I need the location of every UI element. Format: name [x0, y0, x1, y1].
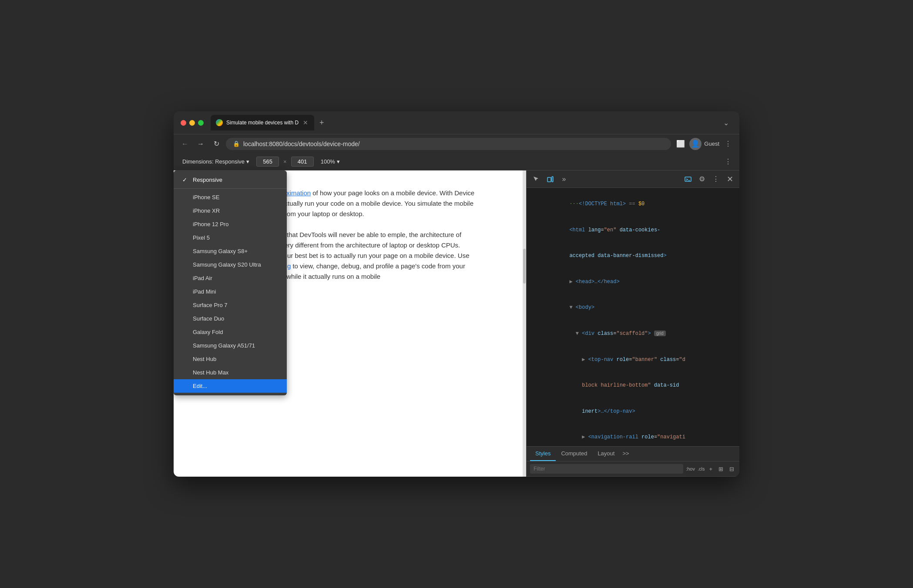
more-panels-button[interactable]: » [558, 173, 570, 185]
address-bar: ← → ↻ 🔒 localhost:8080/docs/devtools/dev… [174, 134, 739, 153]
forward-button[interactable]: → [195, 138, 207, 150]
menu-item-ipad-air[interactable]: iPad Air [174, 271, 287, 285]
maximize-button[interactable] [198, 120, 204, 126]
menu-item-surface-duo[interactable]: Surface Duo [174, 312, 287, 325]
menu-item-samsung-a51[interactable]: Samsung Galaxy A51/71 [174, 339, 287, 352]
device-dropdown-menu: ✓ Responsive iPhone SE iPhone XR iPhone … [174, 170, 287, 395]
lock-icon: 🔒 [233, 140, 240, 147]
menu-item-pixel-5[interactable]: Pixel 5 [174, 231, 287, 244]
guest-label[interactable]: Guest [704, 140, 719, 147]
html-line: ▼ <body> [528, 295, 738, 321]
dimensions-selector[interactable]: Dimensions: Responsive ▾ [179, 157, 253, 167]
styles-area: Styles Computed Layout >> :hov .cls + ⊞ … [527, 446, 739, 477]
settings-button[interactable]: ⚙ [696, 173, 708, 185]
menu-item-label: iPhone XR [193, 207, 220, 214]
menu-item-label: iPhone SE [193, 194, 219, 200]
menu-item-label: iPad Air [193, 275, 212, 281]
tab-styles[interactable]: Styles [530, 447, 556, 461]
menu-item-surface-pro[interactable]: Surface Pro 7 [174, 298, 287, 312]
dropdown-arrow-icon: ▾ [246, 158, 249, 165]
new-tab-button[interactable]: + [316, 117, 328, 129]
element-picker-button[interactable] [530, 173, 542, 185]
html-line: <html lang="en" data-cookies- [528, 217, 738, 244]
html-line: block hairline-bottom" data-sid [528, 373, 738, 399]
traffic-lights [181, 120, 204, 126]
width-input[interactable] [256, 157, 279, 167]
menu-item-edit[interactable]: Edit... [174, 379, 287, 393]
scrollbar[interactable] [523, 170, 526, 477]
back-button[interactable]: ← [179, 138, 191, 150]
device-mode-button[interactable] [544, 173, 556, 185]
menu-item-label: Pixel 5 [193, 234, 210, 241]
menu-item-label: Surface Pro 7 [193, 302, 228, 308]
profile-icon: 👤 [691, 140, 700, 148]
address-input[interactable]: 🔒 localhost:8080/docs/devtools/device-mo… [226, 138, 671, 150]
menu-item-iphone-xr[interactable]: iPhone XR [174, 204, 287, 217]
title-bar: Simulate mobile devices with D ✕ + ⌄ [174, 111, 739, 134]
menu-item-label: Surface Duo [193, 315, 224, 322]
minimize-button[interactable] [189, 120, 195, 126]
zoom-selector[interactable]: 100% ▾ [317, 157, 343, 167]
add-filter-button[interactable]: + [707, 465, 714, 473]
main-area: Dimensions: Responsive ▾ × 100% ▾ ⋮ ✓ Re… [174, 153, 739, 477]
styles-tabs: Styles Computed Layout >> [527, 447, 739, 461]
scrollbar-thumb [523, 249, 526, 284]
close-button[interactable] [181, 120, 186, 126]
html-line: ▼ <div class="scaffold"> grid [528, 321, 738, 347]
height-input[interactable] [291, 157, 314, 167]
html-panel[interactable]: ···<!DOCTYPE html> == $0 <html lang="en"… [527, 188, 739, 446]
menu-item-label: Galaxy Fold [193, 329, 223, 335]
html-line: accepted data-banner-dismissed> [528, 243, 738, 269]
menu-item-iphone-12-pro[interactable]: iPhone 12 Pro [174, 217, 287, 231]
pseudo-filter-button[interactable]: :hov [686, 466, 695, 471]
menu-item-nest-hub-max[interactable]: Nest Hub Max [174, 366, 287, 379]
grid-badge: grid [654, 331, 666, 336]
url-text: localhost:8080/docs/devtools/device-mode… [243, 140, 664, 147]
svg-rect-1 [552, 177, 553, 182]
devtools-toolbar: Dimensions: Responsive ▾ × 100% ▾ ⋮ ✓ Re… [174, 153, 739, 170]
menu-item-ipad-mini[interactable]: iPad Mini [174, 285, 287, 298]
window-menu-button[interactable]: ⌄ [720, 117, 732, 129]
menu-item-samsung-s8[interactable]: Samsung Galaxy S8+ [174, 244, 287, 258]
tab-layout[interactable]: Layout [592, 447, 620, 461]
svg-rect-2 [685, 177, 691, 181]
devtools-header: » ⚙ ⋮ ✕ [527, 170, 739, 188]
active-tab[interactable]: Simulate mobile devices with D ✕ [211, 115, 314, 130]
menu-item-responsive[interactable]: ✓ Responsive [174, 173, 287, 187]
refresh-button[interactable]: ↻ [210, 138, 222, 150]
svg-rect-0 [547, 177, 551, 182]
menu-item-label: Samsung Galaxy S8+ [193, 248, 248, 254]
menu-item-galaxy-fold[interactable]: Galaxy Fold [174, 325, 287, 339]
dimension-separator: × [283, 158, 287, 165]
menu-item-iphone-se[interactable]: iPhone SE [174, 190, 287, 204]
browser-window: Simulate mobile devices with D ✕ + ⌄ ← →… [174, 111, 739, 477]
filter-option-2[interactable]: ⊟ [728, 465, 736, 473]
html-line: ▶ <navigation-rail role="navigati [528, 424, 738, 446]
html-line: ▶ <head>…</head> [528, 269, 738, 295]
tab-computed[interactable]: Computed [556, 447, 592, 461]
close-devtools-button[interactable]: ✕ [724, 173, 736, 185]
menu-button[interactable]: ⋮ [722, 138, 734, 150]
console-button[interactable] [682, 173, 694, 185]
menu-item-samsung-s20[interactable]: Samsung Galaxy S20 Ultra [174, 258, 287, 271]
menu-item-label: Responsive [193, 177, 222, 183]
nav-end-buttons: ⬜ 👤 Guest ⋮ [675, 138, 734, 150]
dimensions-label: Dimensions: Responsive [182, 158, 245, 165]
zoom-dropdown-arrow-icon: ▾ [337, 158, 340, 165]
profile-button[interactable]: 👤 [689, 138, 702, 150]
tab-bar: Simulate mobile devices with D ✕ + [211, 115, 716, 130]
filter-option-1[interactable]: ⊞ [717, 465, 725, 473]
menu-item-nest-hub[interactable]: Nest Hub [174, 352, 287, 366]
cast-button[interactable]: ⬜ [675, 138, 687, 150]
menu-item-label: Samsung Galaxy S20 Ultra [193, 261, 261, 268]
html-line: ▶ <top-nav role="banner" class="d [528, 347, 738, 373]
devtools-panel: » ⚙ ⋮ ✕ ···<!DOCTYPE html> == $0 <html [526, 170, 739, 477]
more-button[interactable]: ⋮ [710, 173, 722, 185]
tab-close-button[interactable]: ✕ [302, 119, 309, 126]
filter-input[interactable] [530, 464, 683, 474]
more-options-button[interactable]: ⋮ [722, 156, 734, 167]
tab-favicon [216, 119, 223, 126]
more-tabs-button[interactable]: >> [620, 447, 631, 461]
cls-filter-button[interactable]: .cls [698, 466, 705, 471]
html-line: ···<!DOCTYPE html> == $0 [528, 191, 738, 217]
